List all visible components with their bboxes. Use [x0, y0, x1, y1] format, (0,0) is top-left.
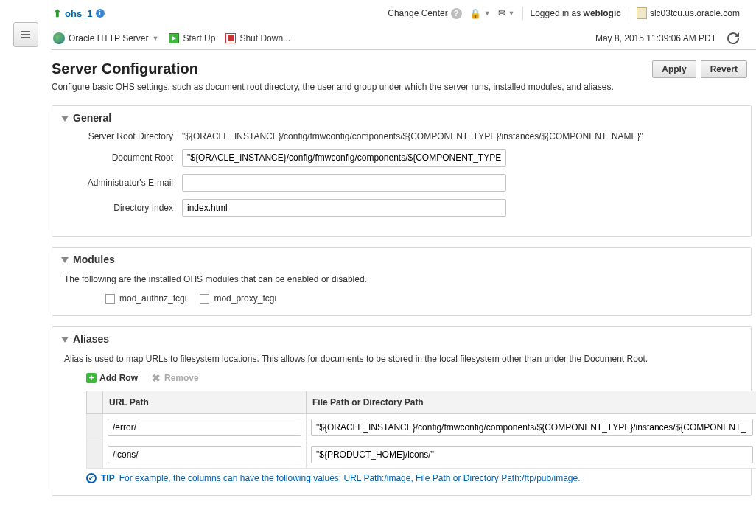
- server-root-value: "${ORACLE_INSTANCE}/config/fmwconfig/com…: [182, 131, 739, 141]
- document-root-input[interactable]: [182, 149, 506, 167]
- general-panel: General Server Root Directory "${ORACLE_…: [52, 105, 752, 237]
- module-checkbox-proxy[interactable]: mod_proxy_fcgi: [200, 293, 276, 304]
- document-root-label: Document Root: [64, 153, 182, 163]
- aliases-note: Alias is used to map URLs to filesystem …: [64, 354, 739, 364]
- apply-button[interactable]: Apply: [652, 60, 696, 78]
- chevron-down-icon: ▼: [484, 10, 491, 17]
- shut-down-label: Shut Down...: [239, 33, 290, 43]
- lock-menu[interactable]: 🔒 ▼: [469, 8, 491, 19]
- disclosure-icon: [61, 116, 69, 122]
- host-indicator: slc03tcu.us.oracle.com: [637, 7, 740, 19]
- table-row[interactable]: [87, 441, 757, 469]
- help-icon: ?: [451, 8, 462, 19]
- module-label: mod_proxy_fcgi: [214, 293, 276, 304]
- hostname: slc03tcu.us.oracle.com: [650, 8, 740, 18]
- logged-in-user: weblogic: [584, 8, 621, 18]
- admin-email-label: Administrator's E-mail: [64, 178, 182, 188]
- x-icon: ✖: [151, 373, 161, 383]
- content-scroll-area[interactable]: Server Configuration Configure basic OHS…: [52, 50, 756, 532]
- start-up-button[interactable]: ▶ Start Up: [169, 33, 215, 43]
- logged-in-prefix: Logged in as: [531, 8, 581, 18]
- svg-rect-1: [21, 34, 30, 35]
- modules-heading: Modules: [73, 253, 115, 265]
- url-path-input[interactable]: [108, 446, 301, 463]
- general-panel-header[interactable]: General: [52, 106, 751, 128]
- directory-index-input[interactable]: [182, 199, 506, 217]
- svg-rect-2: [21, 37, 30, 38]
- revert-button[interactable]: Revert: [701, 60, 747, 78]
- logged-in-status: Logged in as weblogic: [531, 8, 621, 18]
- stop-icon: [225, 33, 236, 43]
- change-center-label: Change Center: [388, 8, 447, 18]
- refresh-icon: [727, 32, 739, 44]
- shut-down-button[interactable]: Shut Down...: [225, 33, 290, 43]
- change-center-menu[interactable]: Change Center ?: [388, 8, 461, 19]
- aliases-panel-header[interactable]: Aliases: [52, 327, 751, 349]
- tip-text: For example, the columns can have the fo…: [119, 473, 581, 483]
- hamburger-icon: [20, 29, 32, 41]
- svg-rect-0: [21, 31, 30, 32]
- modules-note: The following are the installed OHS modu…: [64, 274, 739, 284]
- checkbox-icon: [105, 294, 115, 304]
- url-path-input[interactable]: [108, 419, 301, 436]
- page-title: Server Configuration: [52, 60, 652, 77]
- server-type-menu[interactable]: Oracle HTTP Server ▼: [53, 32, 158, 44]
- module-checkbox-authnz[interactable]: mod_authnz_fcgi: [105, 293, 186, 304]
- checkbox-icon: [200, 294, 209, 304]
- tip-icon: ✔: [86, 473, 97, 483]
- globe-icon: [53, 32, 65, 44]
- admin-email-input[interactable]: [182, 174, 506, 192]
- lock-icon: 🔒: [469, 8, 481, 19]
- chevron-down-icon: ▼: [508, 10, 515, 17]
- start-up-label: Start Up: [183, 33, 215, 43]
- plus-icon: +: [86, 373, 97, 383]
- file-path-input[interactable]: [311, 419, 753, 436]
- aliases-heading: Aliases: [73, 333, 109, 345]
- module-label: mod_authnz_fcgi: [119, 293, 186, 304]
- divider: [629, 7, 629, 20]
- row-handle[interactable]: [87, 414, 103, 441]
- nav-toggle-button[interactable]: [13, 22, 38, 47]
- remove-button: ✖ Remove: [151, 373, 199, 383]
- tip-label: TIP: [101, 473, 115, 483]
- play-icon: ▶: [169, 33, 179, 43]
- disclosure-icon: [61, 337, 69, 343]
- info-icon[interactable]: i: [96, 9, 105, 18]
- general-heading: General: [73, 112, 111, 124]
- disclosure-icon: [61, 257, 69, 263]
- mail-menu[interactable]: ✉ ▼: [498, 8, 515, 18]
- file-path-header: File Path or Directory Path: [307, 391, 757, 414]
- chevron-down-icon: ▼: [152, 35, 158, 42]
- remove-label: Remove: [164, 373, 199, 383]
- document-icon: [637, 7, 647, 19]
- refresh-button[interactable]: [727, 32, 740, 45]
- modules-panel: Modules The following are the installed …: [52, 247, 752, 316]
- server-root-label: Server Root Directory: [64, 131, 182, 141]
- tip-row: ✔ TIP For example, the columns can have …: [86, 473, 739, 483]
- up-arrow-icon: ⬆: [53, 7, 62, 19]
- modules-panel-header[interactable]: Modules: [52, 248, 751, 270]
- file-path-input[interactable]: [311, 446, 753, 463]
- divider: [522, 7, 523, 20]
- directory-index-label: Directory Index: [64, 203, 182, 213]
- server-type-label: Oracle HTTP Server: [69, 33, 148, 43]
- table-handle-header: [87, 391, 103, 414]
- page-description: Configure basic OHS settings, such as do…: [52, 82, 652, 92]
- row-handle[interactable]: [87, 441, 103, 469]
- aliases-table: URL Path File Path or Directory Path: [86, 391, 756, 469]
- breadcrumb: ⬆ ohs_1 i: [53, 7, 105, 19]
- url-path-header: URL Path: [103, 391, 307, 414]
- timestamp: May 8, 2015 11:39:06 AM PDT: [595, 33, 716, 43]
- table-row[interactable]: [87, 414, 757, 441]
- breadcrumb-target-link[interactable]: ohs_1: [65, 8, 93, 19]
- aliases-panel: Aliases Alias is used to map URLs to fil…: [52, 326, 752, 496]
- mail-icon: ✉: [498, 8, 505, 18]
- add-row-label: Add Row: [99, 373, 138, 383]
- add-row-button[interactable]: + Add Row: [86, 373, 138, 383]
